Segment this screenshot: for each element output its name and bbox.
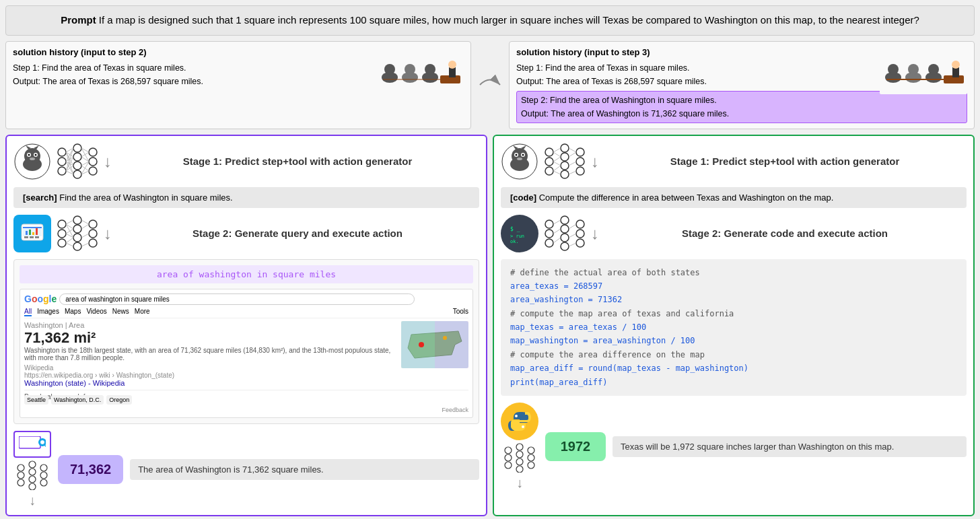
action-text-right: Compute the difference in area between T… xyxy=(539,193,834,203)
husky-illustration-right xyxy=(880,47,967,96)
svg-point-115 xyxy=(512,148,528,164)
svg-rect-96 xyxy=(435,321,468,368)
feedback-link[interactable]: Feedback xyxy=(24,407,468,413)
svg-point-126 xyxy=(561,144,569,152)
svg-point-36 xyxy=(73,144,81,152)
prompt-label: Prompt xyxy=(61,14,96,26)
nn-icon-left-1 xyxy=(55,143,100,180)
svg-point-73 xyxy=(58,220,66,228)
history-row: solution history (input to step 2) Step … xyxy=(5,41,975,129)
svg-point-79 xyxy=(73,242,81,250)
svg-line-159 xyxy=(569,224,576,229)
svg-line-160 xyxy=(569,234,576,238)
tab-all[interactable]: All xyxy=(24,308,32,316)
result-text-right: Texas will be 1,972 square inches larger… xyxy=(612,436,967,457)
tab-news[interactable]: News xyxy=(112,308,129,316)
wiki-link[interactable]: Washington (state) - Wikipedia xyxy=(24,379,396,387)
svg-point-146 xyxy=(545,220,553,228)
svg-rect-66 xyxy=(30,236,34,238)
svg-line-139 xyxy=(569,148,576,152)
svg-line-156 xyxy=(553,220,561,224)
svg-point-128 xyxy=(561,162,569,170)
svg-point-147 xyxy=(545,230,553,238)
svg-line-133 xyxy=(553,148,561,152)
action-tag-right: [code] xyxy=(510,193,536,203)
svg-rect-70 xyxy=(29,230,31,235)
svg-point-110 xyxy=(40,464,47,471)
arrow-down-right-2: ↓ xyxy=(591,224,599,243)
result-badge-right: 1972 xyxy=(545,432,606,461)
history-right: solution history (input to step 3) Step … xyxy=(509,41,975,129)
svg-point-4 xyxy=(405,64,415,75)
code-line-8: map_area_diff = round(map_texas - map_wa… xyxy=(510,361,957,375)
svg-point-123 xyxy=(545,148,553,156)
action-tag-left: [search] xyxy=(23,193,57,203)
code-line-2: area_texas = 268597 xyxy=(510,279,957,293)
google-result-value: 71,362 mi² xyxy=(24,329,396,347)
nn-icon-result-right xyxy=(503,443,536,473)
svg-point-10 xyxy=(448,61,456,69)
svg-point-125 xyxy=(545,167,553,175)
svg-line-83 xyxy=(66,220,73,224)
svg-point-33 xyxy=(58,148,66,156)
related-oregon[interactable]: Oregon xyxy=(106,395,132,405)
code-line-4: # compute the map area of texas and cali… xyxy=(510,307,957,320)
svg-line-134 xyxy=(553,152,561,157)
svg-point-111 xyxy=(40,472,47,479)
arrow-down-result-right: ↓ xyxy=(516,475,523,491)
svg-point-170 xyxy=(516,466,523,473)
code-box: # define the actual area of both states … xyxy=(501,259,967,396)
svg-point-120 xyxy=(517,158,522,160)
search-query-text: area of washington in square miles xyxy=(20,265,473,283)
related-washington-dc[interactable]: Washington, D.C. xyxy=(51,395,104,405)
svg-point-155 xyxy=(576,239,584,247)
svg-point-164 xyxy=(505,447,512,454)
stage1-label-left: Stage 1: Predict step+tool with action g… xyxy=(116,155,479,167)
svg-rect-21 xyxy=(952,67,959,77)
svg-point-30 xyxy=(30,158,35,160)
panel-left: ↓ Stage 1: Predict step+tool with action… xyxy=(5,135,487,516)
google-search-bar[interactable]: area of washington in square miles xyxy=(59,293,415,305)
arrow-down-result-left: ↓ xyxy=(29,493,36,508)
svg-point-166 xyxy=(505,462,512,469)
stage1-row-right: ↓ Stage 1: Predict step+tool with action… xyxy=(501,143,967,180)
svg-text:$ _: $ _ xyxy=(510,226,520,232)
search-input-box[interactable] xyxy=(13,431,51,458)
code-line-1: # define the actual area of both states xyxy=(510,266,957,279)
stage2-row-right: $ _ > run ok. xyxy=(501,215,967,252)
svg-rect-99 xyxy=(19,436,40,448)
svg-point-81 xyxy=(89,230,97,238)
search-results-box: area of washington in square miles Googl… xyxy=(13,259,479,424)
tab-more[interactable]: More xyxy=(135,308,150,316)
svg-point-74 xyxy=(58,230,66,238)
code-line-7: # compute the area difference on the map xyxy=(510,348,957,361)
code-line-6: map_washington = area_washington / 100 xyxy=(510,334,957,347)
svg-point-78 xyxy=(73,234,81,242)
svg-point-169 xyxy=(516,458,523,465)
svg-point-97 xyxy=(419,342,424,347)
svg-text:ok.: ok. xyxy=(510,239,519,244)
svg-point-168 xyxy=(516,451,523,458)
svg-point-82 xyxy=(89,239,97,247)
tab-maps[interactable]: Maps xyxy=(65,308,81,316)
arrow-down-left-1: ↓ xyxy=(104,152,112,171)
svg-point-22 xyxy=(952,61,960,69)
svg-point-130 xyxy=(576,148,584,156)
svg-point-14 xyxy=(888,64,899,75)
svg-line-89 xyxy=(66,243,73,246)
svg-point-38 xyxy=(73,162,81,170)
tab-videos[interactable]: Videos xyxy=(86,308,106,316)
svg-line-135 xyxy=(553,157,561,162)
stage1-label-right: Stage 1: Predict step+tool with action g… xyxy=(603,155,967,167)
prompt-box: Prompt If a map is designed such that 1 … xyxy=(5,5,975,36)
svg-line-88 xyxy=(66,238,73,243)
svg-point-132 xyxy=(576,167,584,175)
svg-rect-95 xyxy=(401,321,435,368)
related-seattle[interactable]: Seattle xyxy=(24,395,48,405)
tab-tools[interactable]: Tools xyxy=(453,308,468,316)
svg-point-149 xyxy=(561,216,569,224)
svg-rect-68 xyxy=(23,227,42,228)
svg-point-80 xyxy=(89,220,97,228)
action-text-left: Find the area of Washington in square mi… xyxy=(59,193,233,203)
tab-images[interactable]: Images xyxy=(37,308,59,316)
